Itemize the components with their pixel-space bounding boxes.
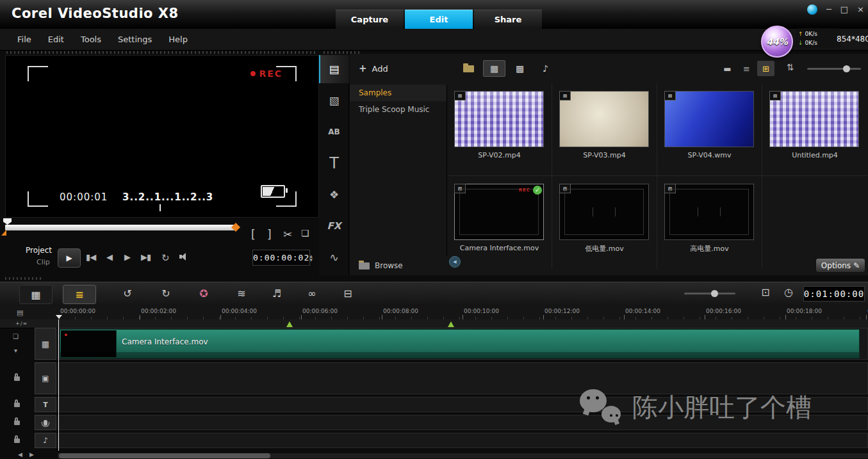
record-capture-icon[interactable]: ✪ <box>194 287 213 300</box>
globe-icon[interactable] <box>807 4 817 15</box>
timeline-view-button[interactable]: ≡ <box>63 285 96 304</box>
music-track-content[interactable] <box>58 433 868 448</box>
media-item[interactable]: ▤ SP-V04.wmv <box>657 83 762 176</box>
nav-graphic-button[interactable]: ❖ <box>319 181 349 209</box>
next-frame-button[interactable]: ▶ <box>124 252 130 262</box>
media-item[interactable]: ▤ Untitled.mp4 <box>762 83 867 176</box>
preview-scrubber[interactable] <box>5 225 237 230</box>
chapter-marker-strip[interactable]: +∕≡ <box>0 319 868 328</box>
redo-button[interactable]: ↻ <box>156 287 176 300</box>
volume-icon[interactable] <box>179 252 190 261</box>
thumbnail-zoom-slider[interactable] <box>807 68 861 70</box>
fit-project-icon[interactable]: ⊡ <box>756 286 775 298</box>
nav-media-button[interactable]: ▤ <box>319 55 349 83</box>
enlarge-preview-icon[interactable]: ❏ <box>301 228 309 238</box>
nav-instant-project-button[interactable]: ▧ <box>319 86 349 115</box>
go-to-end-button[interactable]: ▶▮ <box>141 252 151 262</box>
maximize-button[interactable]: □ <box>840 5 848 14</box>
music-track-header[interactable]: ♪ <box>35 433 56 448</box>
storyboard-view-button[interactable]: ▦ <box>19 285 53 304</box>
go-to-start-button[interactable]: ▮◀ <box>86 252 95 262</box>
preview-timecode-field[interactable]: 0:00:00:02 ▲▼ <box>252 250 310 266</box>
chapter-marker[interactable] <box>286 321 293 327</box>
timeline-zoom-thumb[interactable] <box>711 290 718 297</box>
overlay-track-header[interactable]: ▣ <box>35 362 56 394</box>
close-button[interactable]: × <box>857 5 864 14</box>
previous-frame-button[interactable]: ◀ <box>106 252 112 262</box>
video-track-content[interactable]: Camera Interface.mov <box>58 328 868 360</box>
timeline-scroll-right-icon[interactable]: ▶ <box>29 451 34 458</box>
timeline-clip[interactable]: Camera Interface.mov <box>60 329 860 358</box>
playhead-line[interactable] <box>58 319 59 451</box>
media-thumbnail[interactable]: ▤ <box>664 184 754 240</box>
duration-clock-icon[interactable]: ◷ <box>779 286 798 298</box>
filter-videos-button[interactable]: ▦ <box>483 60 505 77</box>
view-list-button[interactable]: ≡ <box>738 61 755 76</box>
tab-capture[interactable]: Capture <box>336 10 404 29</box>
mark-in-button[interactable]: [ <box>251 228 256 241</box>
minimize-button[interactable]: ─ <box>826 5 831 14</box>
menu-file[interactable]: File <box>10 32 38 47</box>
timeline-hscrollbar-thumb[interactable] <box>59 453 270 458</box>
undo-button[interactable]: ↺ <box>118 287 137 300</box>
title-track-header[interactable]: T <box>35 397 56 412</box>
mark-out-button[interactable]: ] <box>267 228 272 241</box>
lock-icon[interactable] <box>14 439 20 443</box>
voice-track-header[interactable] <box>35 415 56 430</box>
menu-settings[interactable]: Settings <box>111 32 159 47</box>
media-thumbnail[interactable]: ▤ REC ✓ <box>454 184 544 240</box>
options-button[interactable]: Options ✎ <box>815 258 865 273</box>
lock-icon[interactable] <box>14 403 20 407</box>
track-dropdown-icon[interactable]: ▾ <box>14 347 17 354</box>
add-folder-button[interactable]: + Add <box>359 63 388 74</box>
clip-mode-label[interactable]: Clip <box>37 258 50 266</box>
sort-button[interactable]: ⇅ <box>787 62 794 72</box>
view-single-button[interactable]: ▬ <box>719 61 736 76</box>
tab-edit[interactable]: Edit <box>405 10 473 29</box>
menu-tools[interactable]: Tools <box>74 32 108 47</box>
media-thumbnail[interactable]: ▤ <box>769 91 859 147</box>
nav-motion-button[interactable]: ∿ <box>319 243 349 271</box>
lock-icon[interactable] <box>14 421 20 425</box>
import-folder-button[interactable] <box>457 60 480 77</box>
timeline-panel-grip[interactable] <box>5 277 42 280</box>
media-item[interactable]: ▤ SP-V03.mp4 <box>552 83 657 176</box>
timeline-zoom-slider[interactable] <box>684 293 735 294</box>
playhead-handle[interactable] <box>56 315 62 319</box>
track-manager-icon[interactable]: ▤ <box>17 309 23 317</box>
play-button[interactable]: ▶ <box>58 248 81 268</box>
scrubber-playhead-handle[interactable] <box>3 218 12 225</box>
overlay-percent-badge[interactable]: 44% <box>761 26 793 58</box>
swap-tracks-icon[interactable]: ❏ <box>13 333 19 340</box>
view-grid-button[interactable]: ⊞ <box>757 61 774 76</box>
nav-title-button[interactable]: T <box>319 149 349 177</box>
media-item[interactable]: ▤ 高电量.mov <box>657 176 762 269</box>
subtitle-editor-icon[interactable]: ⊟ <box>338 287 357 300</box>
trim-start-handle[interactable] <box>1 230 6 236</box>
folder-item-samples[interactable]: Samples <box>350 85 446 101</box>
timeline-scroll-left-icon[interactable]: ◀ <box>18 451 22 458</box>
sound-mixer-icon[interactable]: ≋ <box>232 287 251 300</box>
media-thumbnail[interactable]: ▤ <box>454 91 544 147</box>
chapter-marker[interactable] <box>448 321 454 327</box>
media-thumbnail[interactable]: ▤ <box>559 91 649 147</box>
lock-icon[interactable] <box>14 376 20 381</box>
filter-music-button[interactable]: ♪ <box>534 60 557 77</box>
track-tools-label[interactable]: +∕≡ <box>15 321 28 326</box>
media-item[interactable]: ▤ SP-V02.mp4 <box>447 83 552 176</box>
auto-music-icon[interactable]: ♬ <box>267 287 286 300</box>
media-item[interactable]: ▤ 低电量.mov <box>552 176 657 269</box>
folder-item-triple-scoop[interactable]: Triple Scoop Music <box>350 101 446 118</box>
browse-button[interactable]: Browse <box>359 261 403 270</box>
media-thumbnail[interactable]: ▤ <box>559 184 649 240</box>
library-scroll-left-button[interactable]: ◀ <box>449 256 461 268</box>
nav-filter-button[interactable]: FX <box>319 212 349 240</box>
timeline-ruler[interactable]: ▤ 00:00:00:00 00:00:02:00 00:00:04:00 00… <box>0 306 868 320</box>
project-duration-timecode[interactable]: 0:01:00:00 <box>803 286 865 302</box>
preview-screen[interactable]: REC 00:00:01 3..2..1...1..2..3 <box>5 55 319 218</box>
video-track-header[interactable]: ▦ <box>35 328 56 360</box>
project-mode-label[interactable]: Project <box>26 246 52 255</box>
timecode-spinner[interactable]: ▲▼ <box>309 254 314 262</box>
filter-photos-button[interactable]: ▩ <box>509 60 531 77</box>
zoom-slider-thumb[interactable] <box>843 65 850 72</box>
